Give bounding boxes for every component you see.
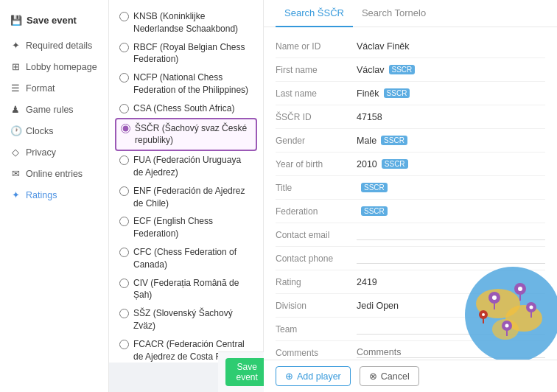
field-value-4: MaleSSCR: [357, 136, 545, 146]
sidebar-item-lobby-homepage[interactable]: ⊞Lobby homepage: [0, 56, 108, 77]
field-value-13[interactable]: [357, 347, 545, 358]
fed-item-knsb[interactable]: KNSB (Koninklijke Nederlandse Schaakbond…: [115, 7, 257, 38]
fed-radio-ecf[interactable]: [119, 217, 129, 226]
sidebar-item-clocks[interactable]: 🕐Clocks: [0, 120, 108, 141]
fed-radio-rbcf[interactable]: [119, 43, 129, 52]
field-label-9: Contact phone: [276, 253, 357, 264]
field-label-10: Rating: [276, 277, 357, 287]
field-label-8: Contact email: [276, 230, 357, 240]
cancel-player-icon: ⊗: [369, 371, 377, 382]
field-value-1: VáclavSSCR: [357, 65, 545, 75]
field-label-11: Division: [276, 301, 357, 311]
search-tab-tornelo[interactable]: Search Tornelo: [353, 0, 435, 27]
field-input-8[interactable]: [357, 229, 545, 240]
field-value-12[interactable]: [357, 323, 545, 335]
field-label-1: First name: [276, 65, 357, 75]
field-row-12: Team: [276, 318, 545, 341]
fed-item-ssz[interactable]: SŠZ (Slovenský Šachový Zväz): [115, 304, 257, 335]
fed-radio-enf[interactable]: [119, 186, 129, 196]
field-text-5: 2010: [357, 159, 377, 169]
search-fields: Name or IDVáclav FinêkFirst nameVáclavSS…: [264, 27, 557, 372]
fed-item-sscr[interactable]: ŠSČR (Šachový svaz České republiky): [115, 118, 257, 152]
sidebar-icon-1: ⊞: [10, 61, 21, 72]
search-tab-sscr[interactable]: Search ŠSČR: [276, 0, 353, 27]
fed-item-fua[interactable]: FUA (Federación Uruguaya de Ajedrez): [115, 151, 257, 182]
field-text-4: Male: [357, 136, 376, 146]
field-row-5: Year of birth2010SSCR: [276, 153, 545, 176]
sidebar-icon-5: ◇: [10, 147, 21, 158]
field-value-11: Jedi Open: [357, 301, 545, 311]
sidebar-item-required-details[interactable]: ✦Required details: [0, 35, 108, 56]
sidebar-item-ratings[interactable]: ✦Ratings: [0, 184, 108, 206]
fed-radio-csa[interactable]: [119, 104, 129, 113]
sidebar-icon-6: ✉: [10, 168, 21, 179]
field-label-7: Federation: [276, 206, 357, 217]
field-value-7: SSCR: [357, 206, 545, 216]
field-badge-2: SSCR: [384, 88, 410, 98]
fed-item-csa[interactable]: CSA (Chess South Africa): [115, 99, 257, 118]
fed-radio-civ[interactable]: [119, 279, 129, 288]
field-value-6: SSCR: [357, 183, 545, 192]
field-row-1: First nameVáclavSSCR: [276, 58, 545, 82]
fed-radio-cfc[interactable]: [119, 248, 129, 257]
field-row-8: Contact email: [276, 223, 545, 247]
fed-item-civ[interactable]: CIV (Federația Română de Șah): [115, 274, 257, 305]
fed-item-enf[interactable]: ENF (Federación de Ajedrez de Chile): [115, 182, 257, 213]
fed-radio-ssz[interactable]: [119, 309, 129, 318]
field-input-13[interactable]: [357, 347, 545, 358]
sidebar-item-online-entries[interactable]: ✉Online entries: [0, 163, 108, 184]
field-label-12: Team: [276, 324, 357, 335]
field-row-4: GenderMaleSSCR: [276, 129, 545, 153]
fed-radio-knsb[interactable]: [119, 12, 129, 21]
save-icon: 💾: [10, 15, 22, 26]
sidebar: 💾 Save event ✦Required details⊞Lobby hom…: [0, 0, 109, 392]
cancel-player-button[interactable]: ⊗ Cancel: [360, 366, 419, 386]
fed-radio-ncfp[interactable]: [119, 73, 129, 83]
fed-radio-fcacr[interactable]: [119, 340, 129, 349]
field-badge-6: SSCR: [361, 183, 388, 192]
fed-radio-fua[interactable]: [119, 155, 129, 165]
sidebar-item-format[interactable]: ☰Format: [0, 77, 108, 99]
fed-item-cfc[interactable]: CFC (Chess Federation of Canada): [115, 243, 257, 274]
field-badge-5: SSCR: [382, 159, 408, 169]
field-badge-4: SSCR: [381, 136, 407, 145]
fed-item-ncfp[interactable]: NCFP (National Chess Federation of the P…: [115, 69, 257, 99]
field-row-2: Last nameFinêkSSCR: [276, 82, 545, 105]
field-value-2: FinêkSSCR: [357, 88, 545, 99]
field-label-0: Name or ID: [276, 41, 357, 52]
field-row-0: Name or IDVáclav Finêk: [276, 35, 545, 58]
save-event-button[interactable]: Save event: [225, 358, 268, 386]
field-row-10: Rating2419: [276, 270, 545, 294]
field-row-3: ŠSČR ID47158: [276, 105, 545, 129]
field-row-7: FederationSSCR: [276, 200, 545, 223]
add-player-button[interactable]: ⊕ Add player: [276, 366, 351, 386]
sidebar-item-privacy[interactable]: ◇Privacy: [0, 141, 108, 163]
field-value-3: 47158: [357, 112, 545, 122]
field-label-3: ŠSČR ID: [276, 112, 357, 122]
sidebar-item-game-rules[interactable]: ♟Game rules: [0, 99, 108, 120]
sidebar-icon-2: ☰: [10, 83, 21, 94]
field-text-10: 2419: [357, 277, 377, 287]
sidebar-icon-0: ✦: [10, 40, 21, 51]
fed-item-ecf[interactable]: ECF (English Chess Federation): [115, 212, 257, 243]
fed-item-rbcf[interactable]: RBCF (Royal Belgian Chess Federation): [115, 38, 257, 69]
field-badge-1: SSCR: [389, 65, 416, 74]
search-tabs: Search ŠSČRSearch Tornelo: [264, 0, 557, 27]
fed-radio-sscr[interactable]: [121, 124, 130, 133]
field-row-11: DivisionJedi Open: [276, 294, 545, 318]
add-player-icon: ⊕: [285, 371, 293, 382]
sidebar-icon-7: ✦: [10, 189, 21, 200]
field-input-9[interactable]: [357, 253, 545, 264]
sidebar-icon-3: ♟: [10, 104, 21, 115]
field-text-2: Finêk: [357, 88, 379, 99]
field-label-6: Title: [276, 183, 357, 193]
field-text-11: Jedi Open: [357, 301, 399, 311]
field-value-10: 2419: [357, 277, 545, 287]
search-panel: Search ŠSČRSearch Tornelo Name or IDVácl…: [264, 0, 557, 392]
field-row-6: TitleSSCR: [276, 176, 545, 200]
field-badge-7: SSCR: [361, 206, 388, 216]
field-text-1: Václav: [357, 65, 385, 75]
field-value-9[interactable]: [357, 253, 545, 264]
field-input-12[interactable]: [357, 323, 545, 335]
field-value-8[interactable]: [357, 229, 545, 240]
